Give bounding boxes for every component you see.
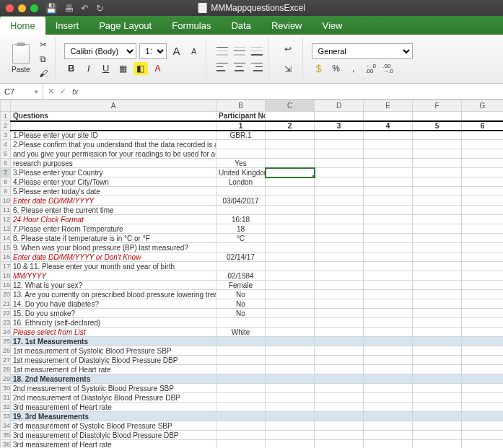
cell[interactable] <box>462 431 504 440</box>
qat-redo-icon[interactable]: ↻ <box>96 3 104 14</box>
cell[interactable] <box>266 421 315 431</box>
cell[interactable] <box>315 243 364 252</box>
cell[interactable] <box>364 403 413 412</box>
row-header[interactable]: 2 <box>1 121 11 131</box>
cell[interactable] <box>413 224 462 234</box>
cell[interactable]: 3.Please enter your Country <box>11 168 216 177</box>
cell[interactable]: 02/14/17 <box>216 252 266 262</box>
cell[interactable] <box>462 346 504 356</box>
cell[interactable] <box>462 215 504 224</box>
cell[interactable] <box>413 281 462 290</box>
cell[interactable]: Yes <box>216 159 266 168</box>
cell[interactable] <box>413 393 462 403</box>
cell[interactable] <box>216 365 266 374</box>
cell[interactable]: 3 <box>315 121 364 131</box>
cell[interactable] <box>216 440 266 449</box>
cell[interactable] <box>315 159 364 168</box>
decrease-decimal-button[interactable]: .00 →.0 <box>381 62 395 75</box>
cell[interactable] <box>413 374 462 384</box>
col-header-D[interactable]: D <box>315 100 364 112</box>
name-box[interactable]: C7 ▾ <box>0 84 43 99</box>
cell[interactable] <box>315 393 364 403</box>
cell[interactable] <box>364 262 413 271</box>
cell[interactable]: 24 Hour Clock Format <box>11 215 216 224</box>
cell[interactable] <box>315 356 364 365</box>
cell[interactable]: 6. Please enter the current time <box>11 206 216 215</box>
row-header[interactable]: 14 <box>1 234 11 243</box>
row-header[interactable]: 29 <box>1 374 11 384</box>
row-header[interactable]: 30 <box>1 384 11 393</box>
cell[interactable] <box>462 224 504 234</box>
cell[interactable] <box>364 159 413 168</box>
cell[interactable] <box>462 365 504 374</box>
cell[interactable]: Enter date DD/MM/YYYY or Don't Know <box>11 252 216 262</box>
cell[interactable] <box>462 393 504 403</box>
row-header[interactable]: 23 <box>1 318 11 328</box>
cell[interactable] <box>413 356 462 365</box>
cell[interactable] <box>462 271 504 281</box>
cell[interactable] <box>364 243 413 252</box>
window-zoom-icon[interactable] <box>30 4 38 12</box>
format-painter-button[interactable]: 🖌 <box>36 67 51 80</box>
cell[interactable] <box>413 168 462 177</box>
cell[interactable]: 17. 1st Measurements <box>11 337 216 346</box>
col-header-B[interactable]: B <box>216 100 266 112</box>
cell[interactable]: 12. What is your sex? <box>11 281 216 290</box>
cell[interactable] <box>462 159 504 168</box>
row-header[interactable]: 13 <box>1 224 11 234</box>
cell[interactable]: 3rd measurement of Heart rate <box>11 403 216 412</box>
cell[interactable] <box>315 290 364 299</box>
cell[interactable] <box>266 281 315 290</box>
cell[interactable] <box>315 215 364 224</box>
cell[interactable] <box>266 140 315 149</box>
comma-button[interactable]: , <box>346 62 361 75</box>
cell[interactable] <box>413 252 462 262</box>
cell[interactable]: Female <box>216 281 266 290</box>
cell[interactable] <box>216 403 266 412</box>
cell[interactable] <box>266 299 315 309</box>
cell[interactable] <box>266 403 315 412</box>
tab-data[interactable]: Data <box>221 17 261 35</box>
cell[interactable]: and you give your permission for your re… <box>11 149 216 159</box>
cell[interactable]: 16. Ethnicity (self-declared) <box>11 318 216 328</box>
cell[interactable]: Please select from List <box>11 328 216 337</box>
tab-review[interactable]: Review <box>261 17 312 35</box>
cell[interactable] <box>462 262 504 271</box>
cell[interactable] <box>315 262 364 271</box>
cell[interactable]: 1.Please enter your site ID <box>11 131 216 140</box>
row-header[interactable]: 11 <box>1 206 11 215</box>
cell[interactable] <box>364 177 413 187</box>
cell[interactable] <box>216 421 266 431</box>
cell[interactable] <box>462 374 504 384</box>
formula-input[interactable] <box>83 84 503 99</box>
cell[interactable] <box>413 159 462 168</box>
cell[interactable]: 1st measurement of Systolic Blood Pressu… <box>11 346 216 356</box>
cell[interactable] <box>462 412 504 421</box>
cell[interactable]: London <box>216 177 266 187</box>
cell[interactable] <box>315 318 364 328</box>
cell[interactable] <box>413 384 462 393</box>
qat-undo-icon[interactable]: ↶ <box>81 3 89 14</box>
cell[interactable]: 7.Please enter Room Temperature <box>11 224 216 234</box>
qat-print-icon[interactable]: 🖶 <box>64 3 74 14</box>
worksheet[interactable]: A B C D E F G 1 Questions Participant No… <box>0 100 503 448</box>
col-header-A[interactable]: A <box>11 100 216 112</box>
cell[interactable] <box>266 431 315 440</box>
cell[interactable] <box>216 318 266 328</box>
cell[interactable] <box>462 299 504 309</box>
cell[interactable] <box>266 356 315 365</box>
cell[interactable] <box>413 262 462 271</box>
cell[interactable]: °C <box>216 234 266 243</box>
row-header[interactable]: 3 <box>1 131 11 140</box>
row-header[interactable]: 8 <box>1 177 11 187</box>
cell[interactable]: Enter date DD/MM/YYYY <box>11 196 216 206</box>
cell[interactable]: 18 <box>216 224 266 234</box>
cell[interactable] <box>266 168 315 177</box>
row-header[interactable]: 9 <box>1 187 11 196</box>
cell[interactable] <box>462 421 504 431</box>
row-header[interactable]: 21 <box>1 299 11 309</box>
cell[interactable] <box>315 187 364 196</box>
row-header[interactable]: 32 <box>1 403 11 412</box>
cell[interactable] <box>315 224 364 234</box>
cell[interactable] <box>216 187 266 196</box>
